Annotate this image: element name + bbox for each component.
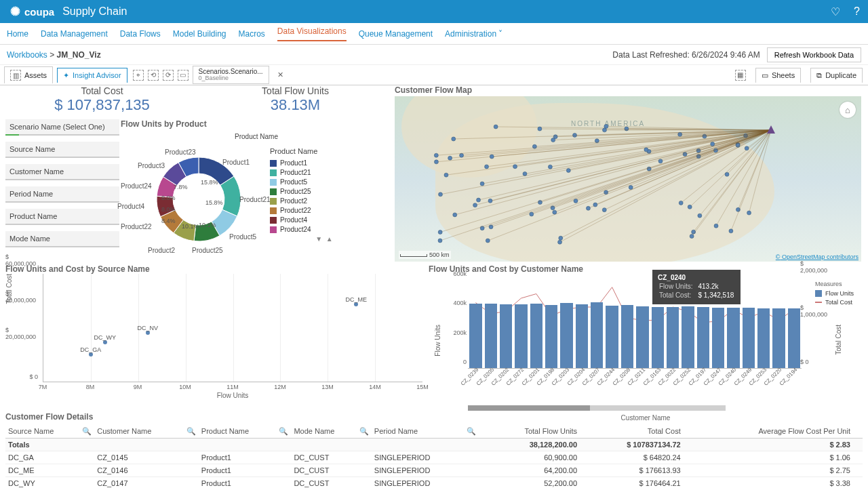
svg-point-127 bbox=[629, 185, 633, 189]
nav-data-flows[interactable]: Data Flows bbox=[120, 29, 161, 39]
assets-tab[interactable]: ▥Assets bbox=[4, 66, 53, 83]
step-fwd-icon[interactable]: ⟳ bbox=[163, 70, 174, 81]
brand-text: coupa bbox=[24, 6, 54, 18]
nav-home[interactable]: Home bbox=[7, 29, 28, 39]
kpi-total-cost: Total Cost $ 107,837,135 bbox=[5, 85, 199, 119]
svg-point-15 bbox=[586, 206, 590, 210]
refresh-button[interactable]: Refresh Workbook Data bbox=[767, 47, 861, 62]
nav-data-visualizations[interactable]: Data Visualizations bbox=[277, 26, 347, 41]
svg-point-55 bbox=[553, 210, 557, 214]
map-scale: 500 km bbox=[399, 251, 451, 259]
svg-line-98 bbox=[749, 130, 771, 213]
assets-icon: ▥ bbox=[10, 70, 21, 81]
clear-selection-icon[interactable]: ✕ bbox=[273, 70, 288, 79]
breadcrumb-root[interactable]: Workbooks bbox=[7, 50, 47, 60]
svg-point-101 bbox=[566, 169, 570, 173]
customer-flow-table[interactable]: Customer Flow Details Source Name🔍Custom… bbox=[5, 412, 863, 488]
svg-point-57 bbox=[473, 203, 477, 207]
logo-icon: ✺ bbox=[8, 5, 22, 18]
main-nav: HomeData ManagementData FlowsModel Build… bbox=[0, 23, 868, 45]
filter-customer[interactable]: Customer Name bbox=[5, 164, 119, 180]
table-row[interactable]: DC_MECZ_0146Product1DC_CUSTSINGLEPERIOD6… bbox=[5, 464, 863, 477]
svg-point-1 bbox=[494, 125, 498, 129]
clear-sel-icon[interactable]: ▭ bbox=[178, 70, 189, 81]
svg-point-111 bbox=[551, 206, 555, 210]
nav-queue-management[interactable]: Queue Management bbox=[359, 29, 433, 39]
svg-line-12 bbox=[491, 130, 771, 227]
svg-point-7 bbox=[523, 171, 527, 176]
smart-search-icon[interactable]: ⌖ bbox=[133, 70, 144, 81]
svg-line-74 bbox=[455, 130, 771, 215]
top-bar: ✺ coupa Supply Chain ♡ ? bbox=[0, 0, 868, 23]
help-icon[interactable]: ? bbox=[854, 5, 860, 18]
bar-chart[interactable]: Flow Units and Cost by Customer Name Flo… bbox=[429, 264, 863, 400]
svg-point-3 bbox=[444, 173, 448, 177]
svg-point-125 bbox=[658, 159, 663, 163]
bar-scrollbar[interactable] bbox=[468, 405, 726, 411]
customer-flow-map[interactable]: Customer Flow Map NORTH AMERICA ⌂ 500 km… bbox=[395, 85, 861, 262]
breadcrumb-leaf: JM_NO_Viz bbox=[57, 50, 101, 60]
svg-point-95 bbox=[480, 226, 484, 230]
svg-point-139 bbox=[559, 236, 563, 240]
brand-logo: ✺ coupa bbox=[8, 5, 54, 18]
filter-mode[interactable]: Mode Name bbox=[5, 231, 119, 247]
map-home-icon[interactable]: ⌂ bbox=[840, 102, 856, 118]
svg-point-87 bbox=[573, 133, 577, 137]
svg-point-71 bbox=[602, 128, 606, 132]
table-row[interactable]: DC_WYCZ_0147Product1DC_CUSTSINGLEPERIOD5… bbox=[5, 477, 863, 489]
svg-line-94 bbox=[482, 130, 771, 228]
svg-point-81 bbox=[644, 148, 648, 152]
svg-point-13 bbox=[489, 225, 493, 229]
svg-point-69 bbox=[477, 198, 481, 202]
svg-point-35 bbox=[698, 214, 702, 218]
filter-scenario[interactable]: Scenario Name (Select One) bbox=[5, 119, 119, 136]
selection-chip[interactable]: Scenarios.Scenario... 0_Baseline bbox=[193, 66, 269, 84]
bar-legend: Measures Flow Units Total Cost bbox=[815, 281, 863, 308]
svg-point-133 bbox=[729, 229, 733, 233]
svg-point-49 bbox=[679, 201, 683, 205]
nav-macros[interactable]: Macros bbox=[239, 29, 265, 39]
nav-data-management[interactable]: Data Management bbox=[41, 29, 108, 39]
insight-advisor-tab[interactable]: ✦Insight Advisor bbox=[57, 68, 127, 83]
svg-point-121 bbox=[574, 199, 578, 203]
bar-tooltip: CZ_0240 Flow Units:413.2k Total Cost:$ 1… bbox=[652, 270, 741, 304]
svg-point-47 bbox=[548, 165, 552, 169]
svg-point-77 bbox=[714, 224, 718, 228]
sheet-icon: ▭ bbox=[762, 71, 768, 80]
sub-header: Workbooks > JM_NO_Viz Data Last Refreshe… bbox=[0, 45, 868, 65]
svg-line-106 bbox=[440, 130, 771, 241]
filter-product[interactable]: Product Name bbox=[5, 209, 119, 225]
grid-view-icon[interactable]: ▦ bbox=[735, 70, 746, 81]
sheet-toolbar: ▥Assets ✦Insight Advisor ⌖ ⟲ ⟳ ▭ Scenari… bbox=[0, 65, 868, 85]
svg-point-105 bbox=[438, 230, 442, 235]
svg-point-19 bbox=[485, 165, 489, 169]
svg-point-33 bbox=[448, 156, 452, 160]
filter-source[interactable]: Source Name bbox=[5, 142, 119, 158]
svg-point-107 bbox=[438, 239, 442, 243]
svg-point-129 bbox=[452, 137, 456, 141]
svg-point-37 bbox=[434, 160, 438, 164]
sheets-button[interactable]: ▭Sheets bbox=[755, 68, 801, 83]
scatter-chart[interactable]: Flow Units and Cost by Source Name Total… bbox=[5, 264, 426, 400]
svg-point-117 bbox=[530, 212, 534, 216]
duplicate-button[interactable]: ⧉Duplicate bbox=[810, 68, 863, 83]
step-back-icon[interactable]: ⟲ bbox=[148, 70, 159, 81]
nav-model-building[interactable]: Model Building bbox=[173, 29, 226, 39]
app-title: Supply Chain bbox=[62, 5, 127, 18]
svg-point-5 bbox=[604, 124, 608, 128]
svg-point-75 bbox=[453, 213, 457, 217]
svg-point-79 bbox=[690, 235, 694, 239]
bell-icon[interactable]: ♡ bbox=[831, 5, 840, 18]
osm-attribution[interactable]: © OpenStreetMap contributors bbox=[776, 253, 859, 260]
filter-period[interactable]: Period Name bbox=[5, 186, 119, 203]
svg-point-113 bbox=[460, 153, 464, 157]
table-row[interactable]: DC_GACZ_0145Product1DC_CUSTSINGLEPERIOD6… bbox=[5, 451, 863, 464]
svg-point-97 bbox=[602, 208, 606, 212]
donut-chart[interactable]: Flow Units by Product Product Name Produ… bbox=[121, 119, 392, 262]
svg-point-99 bbox=[747, 211, 751, 215]
svg-line-84 bbox=[441, 130, 771, 195]
svg-point-67 bbox=[490, 155, 494, 159]
nav-administration[interactable]: Administration ˅ bbox=[445, 29, 502, 39]
refresh-timestamp: Data Last Refreshed: 6/26/2024 9:46 AM bbox=[612, 50, 760, 60]
svg-point-29 bbox=[725, 172, 729, 176]
